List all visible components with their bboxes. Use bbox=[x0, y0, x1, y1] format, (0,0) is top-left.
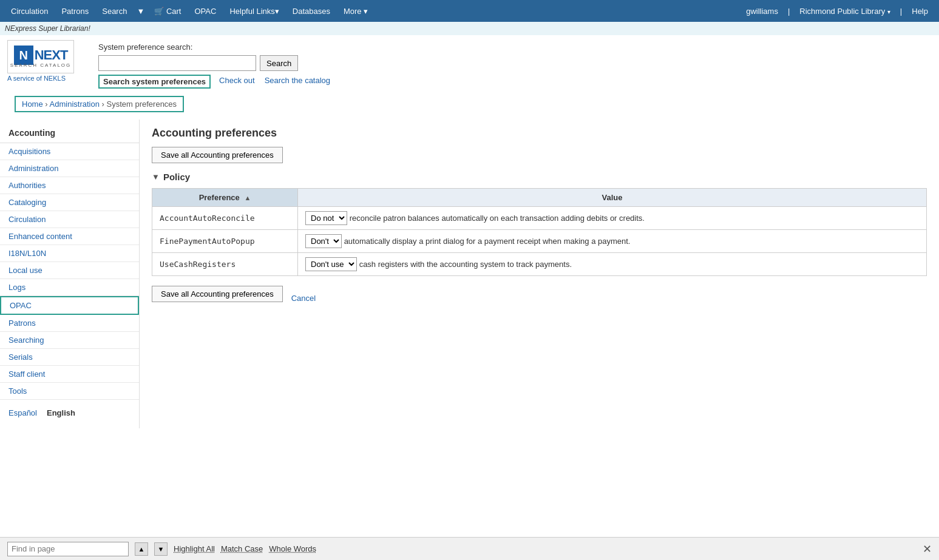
sidebar-item-circulation[interactable]: Circulation bbox=[0, 211, 139, 228]
fine-payment-popup-select[interactable]: Don't Do bbox=[305, 234, 342, 248]
sidebar-item-logs[interactable]: Logs bbox=[0, 279, 139, 296]
sort-icon: ▲ bbox=[244, 194, 251, 201]
nav-patrons[interactable]: Patrons bbox=[55, 2, 95, 21]
breadcrumb: Home › Administration › System preferenc… bbox=[15, 96, 184, 112]
search-preferences-area: System preference search: Search Search … bbox=[98, 40, 331, 89]
table-row: UseCashRegisters Don't use Use cash regi… bbox=[152, 253, 927, 276]
search-pref-input[interactable] bbox=[98, 55, 256, 71]
sidebar-item-administration[interactable]: Administration bbox=[0, 160, 139, 177]
logo-image: N NEXT SEARCH CATALOG bbox=[7, 40, 74, 73]
sidebar-item-local-use[interactable]: Local use bbox=[0, 262, 139, 279]
nav-search[interactable]: Search bbox=[96, 2, 133, 21]
sidebar-item-searching[interactable]: Searching bbox=[0, 332, 139, 349]
pref-name-fine-payment-popup: FinePaymentAutoPopup bbox=[152, 230, 298, 253]
lang-english[interactable]: English bbox=[47, 408, 75, 417]
search-pref-row: Search bbox=[98, 55, 331, 71]
breadcrumb-home[interactable]: Home bbox=[22, 100, 43, 109]
main-layout: Accounting Acquisitions Administration A… bbox=[0, 120, 939, 428]
nav-circulation[interactable]: Circulation bbox=[5, 2, 54, 21]
cancel-button[interactable]: Cancel bbox=[291, 294, 316, 303]
check-out-link[interactable]: Check out bbox=[218, 75, 256, 89]
nav-library[interactable]: Richmond Public Library ▾ bbox=[793, 2, 897, 21]
pref-name-use-cash-registers: UseCashRegisters bbox=[152, 253, 298, 276]
sidebar-item-patrons[interactable]: Patrons bbox=[0, 315, 139, 332]
nav-help[interactable]: Help bbox=[906, 2, 934, 21]
top-nav: Circulation Patrons Search ▼ 🛒 Cart OPAC… bbox=[0, 0, 939, 22]
table-row: AccountAutoReconcile Do not Do reconcile… bbox=[152, 207, 927, 230]
sidebar-item-tools[interactable]: Tools bbox=[0, 383, 139, 400]
nav-opac[interactable]: OPAC bbox=[188, 2, 222, 21]
nav-dropdown1[interactable]: ▼ bbox=[134, 2, 147, 21]
col-value: Value bbox=[298, 189, 927, 207]
nav-separator2: | bbox=[900, 7, 902, 16]
search-catalog-link[interactable]: Search the catalog bbox=[263, 75, 331, 89]
nav-cart[interactable]: 🛒 Cart bbox=[148, 2, 187, 21]
sidebar-item-serials[interactable]: Serials bbox=[0, 349, 139, 366]
save-all-bottom-button[interactable]: Save all Accounting preferences bbox=[152, 286, 283, 302]
sidebar: Accounting Acquisitions Administration A… bbox=[0, 120, 140, 428]
logo-search-area: N NEXT SEARCH CATALOG A service of NEKLS… bbox=[0, 35, 939, 93]
sidebar-item-enhanced-content[interactable]: Enhanced content bbox=[0, 228, 139, 245]
account-auto-reconcile-suffix: reconcile patron balances automatically … bbox=[350, 214, 645, 223]
col-preference[interactable]: Preference ▲ bbox=[152, 189, 298, 207]
table-row: FinePaymentAutoPopup Don't Do automatica… bbox=[152, 230, 927, 253]
logo-box: N NEXT SEARCH CATALOG A service of NEKLS bbox=[7, 40, 86, 82]
sidebar-item-cataloging[interactable]: Cataloging bbox=[0, 194, 139, 211]
sidebar-item-i18n-l10n[interactable]: I18N/L10N bbox=[0, 245, 139, 262]
pref-name-account-auto-reconcile: AccountAutoReconcile bbox=[152, 207, 298, 230]
breadcrumb-wrapper: Home › Administration › System preferenc… bbox=[7, 93, 932, 115]
preferences-table: Preference ▲ Value AccountAutoReconcile … bbox=[152, 188, 927, 276]
search-pref-label: System preference search: bbox=[98, 42, 331, 52]
search-links: Search system preferences Check out Sear… bbox=[98, 75, 331, 89]
use-cash-registers-suffix: cash registers with the accounting syste… bbox=[359, 260, 572, 269]
account-auto-reconcile-select[interactable]: Do not Do bbox=[305, 211, 347, 225]
nav-more[interactable]: More ▾ bbox=[337, 2, 374, 21]
pref-value-use-cash-registers: Don't use Use cash registers with the ac… bbox=[298, 253, 927, 276]
page-title: Accounting preferences bbox=[152, 127, 927, 140]
policy-collapse-arrow[interactable]: ▼ bbox=[152, 172, 160, 181]
pref-value-account-auto-reconcile: Do not Do reconcile patron balances auto… bbox=[298, 207, 927, 230]
nav-databases[interactable]: Databases bbox=[286, 2, 336, 21]
policy-label: Policy bbox=[163, 172, 190, 182]
use-cash-registers-select[interactable]: Don't use Use bbox=[305, 257, 357, 271]
sidebar-item-opac[interactable]: OPAC bbox=[0, 296, 139, 315]
nav-helpful-links[interactable]: Helpful Links▾ bbox=[223, 2, 285, 21]
subheader: NExpress Super Librarian! bbox=[0, 22, 939, 35]
top-nav-right: gwilliams | Richmond Public Library ▾ | … bbox=[740, 2, 934, 21]
lang-espanol[interactable]: Español bbox=[8, 408, 37, 417]
sidebar-item-acquisitions[interactable]: Acquisitions bbox=[0, 143, 139, 160]
breadcrumb-admin[interactable]: Administration bbox=[50, 100, 100, 109]
bottom-actions: Save all Accounting preferences Cancel bbox=[152, 286, 927, 311]
policy-section-header: ▼ Policy bbox=[152, 172, 927, 182]
fine-payment-popup-suffix: automatically display a print dialog for… bbox=[344, 237, 631, 246]
content-area: Accounting preferences Save all Accounti… bbox=[140, 120, 939, 428]
sidebar-footer: Español English bbox=[0, 402, 139, 423]
save-all-top-button[interactable]: Save all Accounting preferences bbox=[152, 147, 283, 163]
nav-user[interactable]: gwilliams bbox=[740, 2, 784, 21]
sidebar-header: Accounting bbox=[0, 124, 139, 143]
sidebar-item-staff-client[interactable]: Staff client bbox=[0, 366, 139, 383]
pref-value-fine-payment-popup: Don't Do automatically display a print d… bbox=[298, 230, 927, 253]
search-sys-prefs-link[interactable]: Search system preferences bbox=[98, 75, 211, 89]
search-pref-button[interactable]: Search bbox=[260, 55, 298, 71]
breadcrumb-current: System preferences bbox=[107, 100, 177, 109]
sidebar-item-authorities[interactable]: Authorities bbox=[0, 177, 139, 194]
nav-separator: | bbox=[788, 7, 790, 16]
